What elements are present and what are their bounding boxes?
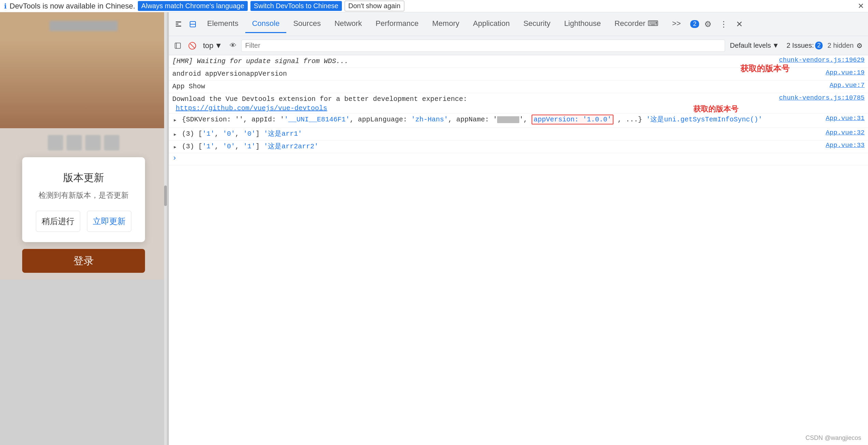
log-source-6[interactable]: App.vue:32: [826, 129, 865, 136]
expand-icon-2[interactable]: ▶: [172, 132, 178, 137]
sdk-obj-text: {SDKVersion: '', appId: ': [182, 116, 284, 123]
sdk-lang: 'zh-Hans': [411, 116, 448, 123]
console-line-object: ▶ {SDKVersion: '', appId: ''__UNI__E8146…: [169, 114, 868, 128]
scroll-indicator: [164, 12, 167, 445]
tab-elements[interactable]: Elements: [200, 15, 245, 33]
appversion-value: '1.0.0': [583, 116, 611, 123]
console-line: [HMR] Waiting for update signal from WDS…: [169, 55, 868, 68]
log-text-3: App Show: [172, 81, 826, 92]
svg-rect-0: [176, 21, 181, 23]
console-line-wrap-3: App Show App.vue:7: [172, 81, 865, 92]
app-header-blurred: [49, 21, 118, 31]
notification-bar: ℹ DevTools is now available in Chinese. …: [0, 0, 868, 12]
console-line: App Show App.vue:7: [169, 80, 868, 93]
arr1-val1: '1': [202, 130, 215, 138]
log-text-5: ▶ {SDKVersion: '', appId: ''__UNI__E8146…: [172, 115, 822, 125]
sdk-obj-text-3: , appName: ': [448, 116, 497, 123]
tab-network[interactable]: Network: [328, 15, 369, 33]
filter-input[interactable]: [241, 40, 725, 52]
toggle-panel-icon[interactable]: [172, 17, 185, 31]
arr2-end: ]: [256, 143, 264, 150]
later-button[interactable]: 稍后进行: [36, 211, 80, 232]
console-line-wrap-2: android appVersionappVersion App.vue:19: [172, 69, 865, 79]
expand-icon-3[interactable]: ▶: [172, 145, 178, 150]
context-chevron: ▼: [215, 41, 222, 50]
log-source[interactable]: chunk-vendors.js:19629: [779, 56, 865, 64]
info-icon: ℹ: [4, 2, 7, 10]
console-content: [HMR] Waiting for update signal from WDS…: [169, 55, 868, 445]
tab-recorder[interactable]: Recorder ⌨: [608, 15, 665, 33]
update-button[interactable]: 立即更新: [87, 211, 131, 232]
settings-icon-small[interactable]: ⚙: [856, 42, 863, 50]
arr2-comment: '这是arr2arr2': [264, 143, 318, 150]
log-text: [HMR] Waiting for update signal from WDS…: [172, 56, 776, 66]
tab-more[interactable]: >>: [665, 15, 688, 33]
log-link[interactable]: https://github.com/vuejs/vue-devtools: [176, 104, 327, 112]
arr1-val3: '0': [243, 130, 256, 138]
watermark: CSDN @wangjiecos: [806, 434, 861, 442]
arr1-sep1: ,: [215, 130, 223, 138]
icon-row: [48, 135, 119, 150]
notif-text: DevTools is now available in Chinese.: [10, 2, 135, 11]
context-selector[interactable]: top ▼: [200, 40, 225, 51]
tab-memory[interactable]: Memory: [425, 15, 466, 33]
tab-lighthouse[interactable]: Lighthouse: [557, 15, 608, 33]
tab-console[interactable]: Console: [245, 15, 287, 33]
console-line: Download the Vue Devtools extension for …: [169, 93, 868, 114]
icon-block-3: [85, 135, 101, 150]
log-text-4: Download the Vue Devtools extension for …: [172, 94, 776, 104]
log-source-2[interactable]: App.vue:19: [826, 69, 865, 76]
chevron-down-icon: ▼: [772, 42, 779, 49]
clear-console-icon[interactable]: 🚫: [186, 40, 198, 52]
arr2-sep1: ,: [215, 143, 223, 150]
sdk-obj-text-4: ',: [519, 116, 527, 123]
tab-performance[interactable]: Performance: [369, 15, 425, 33]
log-source-5[interactable]: App.vue:31: [826, 115, 865, 122]
match-language-button[interactable]: Always match Chrome's language: [138, 1, 248, 11]
scroll-thumb: [164, 186, 167, 206]
dialog-description: 检测到有新版本，是否更新: [36, 190, 131, 201]
console-line-wrap-7: ▶ (3) ['1', '0', '1'] '这是arr2arr2' App.v…: [172, 142, 865, 152]
sdk-obj-text-5: , ...}: [618, 116, 646, 123]
app-banner: [0, 40, 167, 128]
sdk-obj-text-2: , appLanguage:: [350, 116, 411, 123]
arr1-val2: '0': [223, 130, 235, 138]
issues-label: 2 Issues:: [786, 42, 814, 49]
arr1-end: ]: [256, 130, 264, 138]
toggle-sidebar-icon[interactable]: [172, 40, 184, 52]
close-icon[interactable]: ✕: [858, 2, 864, 11]
eye-icon[interactable]: 👁: [227, 40, 239, 52]
issues-badge[interactable]: 2 Issues: 2 2 hidden ⚙: [784, 40, 865, 51]
svg-rect-5: [175, 43, 180, 48]
close-devtools-icon[interactable]: ✕: [733, 17, 746, 31]
dock-icon[interactable]: [186, 17, 200, 31]
dont-show-button[interactable]: Don't show again: [345, 1, 404, 11]
issues-hidden-label: 2 hidden: [827, 42, 854, 49]
sdk-comment: '这是uni.getSysTemInfoSync()': [646, 116, 762, 123]
customize-icon[interactable]: ⋮: [717, 17, 730, 31]
log-source-3[interactable]: App.vue:7: [829, 81, 865, 89]
devtools-toolbar: Elements Console Sources Network Perform…: [169, 12, 868, 36]
default-levels-selector[interactable]: Default levels ▼: [727, 40, 782, 51]
log-text-6: ▶ (3) ['1', '0', '0'] '这是arr1': [172, 129, 822, 139]
annotation-text: 获取的版本号: [693, 103, 738, 115]
arr2-text: (3) [: [182, 143, 202, 150]
dialog-buttons: 稍后进行 立即更新: [36, 211, 131, 232]
arr2-val2: '0': [223, 143, 235, 150]
login-button[interactable]: 登录: [22, 249, 145, 273]
svg-rect-1: [176, 24, 178, 25]
settings-icon[interactable]: ⚙: [701, 17, 715, 31]
expand-icon[interactable]: ▶: [172, 118, 178, 123]
tab-security[interactable]: Security: [517, 15, 557, 33]
icon-block-4: [104, 135, 119, 150]
update-dialog: 版本更新 检测到有新版本，是否更新 稍后进行 立即更新: [22, 157, 145, 242]
main-container: 版本更新 检测到有新版本，是否更新 稍后进行 立即更新 登录: [0, 12, 868, 445]
switch-devtools-button[interactable]: Switch DevTools to Chinese: [250, 1, 342, 11]
log-source-4[interactable]: chunk-vendors.js:10785: [779, 94, 865, 102]
tab-application[interactable]: Application: [466, 15, 517, 33]
log-source-7[interactable]: App.vue:33: [826, 142, 865, 149]
arr1-text: (3) [: [182, 130, 202, 138]
console-line-wrap-4: Download the Vue Devtools extension for …: [172, 94, 865, 104]
dialog-title: 版本更新: [36, 171, 131, 185]
tab-sources[interactable]: Sources: [286, 15, 328, 33]
